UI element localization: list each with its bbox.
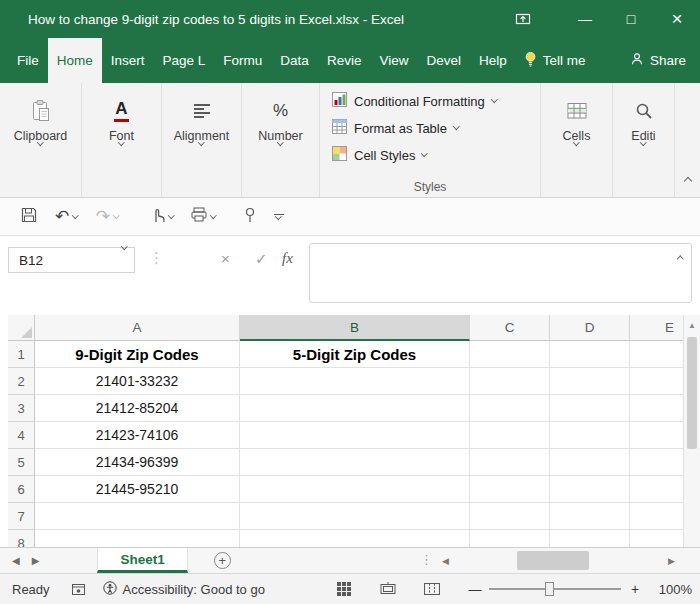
- cell-A3[interactable]: 21412-85204: [35, 395, 240, 422]
- cell-E2[interactable]: [630, 368, 683, 395]
- horizontal-scrollbar-track[interactable]: [455, 548, 662, 573]
- row-header-5[interactable]: 5: [8, 449, 35, 476]
- cell-B6[interactable]: [240, 476, 470, 503]
- expand-formula-bar-icon[interactable]: [677, 256, 683, 262]
- editing-group-button[interactable]: Editi: [613, 83, 675, 197]
- row-header-6[interactable]: 6: [8, 476, 35, 503]
- horizontal-scrollbar[interactable]: ◀ ▶: [436, 548, 681, 573]
- cell-C2[interactable]: [470, 368, 550, 395]
- cells-group-button[interactable]: Cells: [541, 83, 613, 197]
- tab-page-layout[interactable]: Page L: [154, 38, 215, 83]
- cell-E3[interactable]: [630, 395, 683, 422]
- macro-record-icon[interactable]: [72, 584, 85, 595]
- close-button[interactable]: ×: [654, 0, 700, 38]
- tab-home[interactable]: Home: [48, 38, 102, 83]
- ribbon-display-options-button[interactable]: [500, 0, 546, 38]
- cell-B2[interactable]: [240, 368, 470, 395]
- cell-E8[interactable]: [630, 530, 683, 547]
- cell-D5[interactable]: [550, 449, 630, 476]
- cell-B1[interactable]: 5-Digit Zip Codes: [240, 341, 470, 368]
- maximize-button[interactable]: □: [608, 0, 654, 38]
- alignment-group-button[interactable]: Alignment: [162, 83, 242, 197]
- share-button[interactable]: Share: [616, 38, 700, 83]
- column-header-D[interactable]: D: [550, 315, 630, 341]
- cell-styles-button[interactable]: Cell Styles: [332, 146, 540, 164]
- cell-B5[interactable]: [240, 449, 470, 476]
- row-header-2[interactable]: 2: [8, 368, 35, 395]
- cell-A5[interactable]: 21434-96399: [35, 449, 240, 476]
- cell-C3[interactable]: [470, 395, 550, 422]
- row-header-8[interactable]: 8: [8, 530, 35, 547]
- column-header-A[interactable]: A: [35, 315, 240, 341]
- tell-me-button[interactable]: Tell me: [516, 38, 594, 83]
- insert-function-button[interactable]: fx: [282, 250, 293, 267]
- new-sheet-button[interactable]: +: [214, 552, 231, 569]
- normal-view-button[interactable]: [332, 578, 356, 600]
- cell-E5[interactable]: [630, 449, 683, 476]
- tab-file[interactable]: File: [8, 38, 48, 83]
- cell-C5[interactable]: [470, 449, 550, 476]
- cell-A6[interactable]: 21445-95210: [35, 476, 240, 503]
- cell-D7[interactable]: [550, 503, 630, 530]
- cell-E7[interactable]: [630, 503, 683, 530]
- sheet-tab-sheet1[interactable]: Sheet1: [97, 548, 187, 573]
- number-group-button[interactable]: % Number: [242, 83, 320, 197]
- cell-B8[interactable]: [240, 530, 470, 547]
- cell-A8[interactable]: [35, 530, 240, 547]
- cell-D2[interactable]: [550, 368, 630, 395]
- cell-C4[interactable]: [470, 422, 550, 449]
- zoom-slider-thumb[interactable]: [545, 582, 554, 596]
- cell-D8[interactable]: [550, 530, 630, 547]
- tab-review[interactable]: Revie: [318, 38, 371, 83]
- tab-view[interactable]: View: [370, 38, 417, 83]
- minimize-button[interactable]: —: [562, 0, 608, 38]
- scroll-right-button[interactable]: ▶: [662, 548, 681, 573]
- collapse-ribbon-button[interactable]: [685, 170, 691, 188]
- cell-A7[interactable]: [35, 503, 240, 530]
- row-header-3[interactable]: 3: [8, 395, 35, 422]
- cell-C6[interactable]: [470, 476, 550, 503]
- horizontal-scrollbar-thumb[interactable]: [517, 551, 589, 570]
- cell-C1[interactable]: [470, 341, 550, 368]
- cell-A2[interactable]: 21401-33232: [35, 368, 240, 395]
- row-header-1[interactable]: 1: [8, 341, 35, 368]
- scroll-up-button[interactable]: ▲: [684, 315, 700, 335]
- customize-quick-access-toolbar-button[interactable]: [265, 198, 293, 235]
- quick-print-button[interactable]: [182, 198, 225, 235]
- cell-A1[interactable]: 9-Digit Zip Codes: [35, 341, 240, 368]
- redo-button[interactable]: ↷: [87, 198, 128, 235]
- cell-D4[interactable]: [550, 422, 630, 449]
- vertical-scrollbar-thumb[interactable]: [687, 337, 697, 449]
- undo-button[interactable]: ↶: [46, 198, 87, 235]
- accessibility-status[interactable]: Accessibility: Good to go: [103, 581, 265, 598]
- sheet-nav-left-icon[interactable]: ◀: [12, 555, 20, 566]
- zoom-in-button[interactable]: +: [628, 581, 642, 597]
- zoom-out-button[interactable]: —: [468, 582, 482, 597]
- tab-help[interactable]: Help: [470, 38, 516, 83]
- cell-E1[interactable]: [630, 341, 683, 368]
- cell-B3[interactable]: [240, 395, 470, 422]
- tab-developer[interactable]: Devel: [417, 38, 470, 83]
- cell-E4[interactable]: [630, 422, 683, 449]
- tab-formulas[interactable]: Formu: [214, 38, 271, 83]
- cell-B4[interactable]: [240, 422, 470, 449]
- pin-button[interactable]: [235, 198, 265, 235]
- cell-E6[interactable]: [630, 476, 683, 503]
- cancel-button[interactable]: ×: [221, 250, 230, 267]
- zoom-level[interactable]: 100%: [648, 582, 692, 597]
- name-box[interactable]: B12: [8, 247, 135, 273]
- clipboard-group-button[interactable]: Clipboard: [0, 83, 82, 197]
- vertical-scrollbar[interactable]: ▲: [683, 315, 700, 547]
- enter-button[interactable]: ✓: [255, 250, 268, 268]
- select-all-button[interactable]: [8, 315, 35, 341]
- cell-C8[interactable]: [470, 530, 550, 547]
- font-group-button[interactable]: A Font: [82, 83, 162, 197]
- column-header-B[interactable]: B: [240, 315, 470, 341]
- cell-C7[interactable]: [470, 503, 550, 530]
- cell-D6[interactable]: [550, 476, 630, 503]
- row-header-7[interactable]: 7: [8, 503, 35, 530]
- cell-B7[interactable]: [240, 503, 470, 530]
- row-header-4[interactable]: 4: [8, 422, 35, 449]
- cell-D1[interactable]: [550, 341, 630, 368]
- zoom-slider[interactable]: [489, 580, 621, 598]
